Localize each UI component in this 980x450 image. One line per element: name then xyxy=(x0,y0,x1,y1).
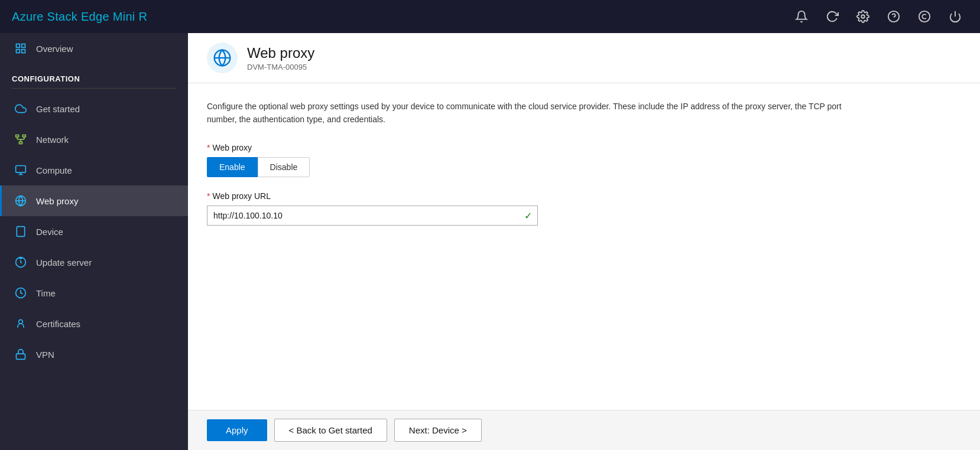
content-footer: Apply < Back to Get started Next: Device… xyxy=(188,410,980,450)
svg-point-0 xyxy=(861,15,865,18)
globe-icon xyxy=(14,194,28,208)
sidebar-item-label: VPN xyxy=(36,350,54,360)
enable-button[interactable]: Enable xyxy=(207,157,258,177)
apply-button[interactable]: Apply xyxy=(207,419,267,441)
sidebar-item-vpn[interactable]: VPN xyxy=(0,339,188,370)
page-subtitle: DVM-TMA-00095 xyxy=(247,63,314,71)
update-icon xyxy=(14,255,28,269)
time-icon xyxy=(14,286,28,300)
sidebar-item-web-proxy[interactable]: Web proxy xyxy=(0,185,188,216)
cert-icon xyxy=(14,317,28,331)
svg-rect-8 xyxy=(22,50,25,53)
sidebar-item-device[interactable]: Device xyxy=(0,216,188,247)
sidebar-item-update-server[interactable]: Update server xyxy=(0,247,188,278)
svg-rect-27 xyxy=(17,354,25,359)
sidebar-item-get-started[interactable]: Get started xyxy=(0,93,188,124)
sidebar-item-label: Network xyxy=(36,135,69,145)
header-text-block: Web proxy DVM-TMA-00095 xyxy=(247,45,314,71)
url-label-text: Web proxy URL xyxy=(212,191,271,201)
sidebar-item-overview[interactable]: Overview xyxy=(0,33,188,64)
svg-rect-7 xyxy=(17,50,20,53)
content-area: Web proxy DVM-TMA-00095 Configure the op… xyxy=(188,33,980,450)
refresh-icon[interactable] xyxy=(819,4,845,30)
bell-icon[interactable] xyxy=(788,4,814,30)
next-device-button[interactable]: Next: Device > xyxy=(394,419,482,442)
svg-rect-6 xyxy=(22,44,25,48)
sidebar-item-label: Web proxy xyxy=(36,196,78,206)
device-icon xyxy=(14,224,28,239)
web-proxy-label-text: Web proxy xyxy=(212,143,252,152)
sidebar-item-label: Time xyxy=(36,288,56,298)
url-input[interactable] xyxy=(207,206,538,226)
svg-rect-10 xyxy=(22,135,25,137)
settings-icon[interactable] xyxy=(850,4,876,30)
disable-button[interactable]: Disable xyxy=(258,157,310,177)
power-icon[interactable] xyxy=(942,4,968,30)
web-proxy-field-label: * Web proxy xyxy=(207,143,961,152)
sidebar-item-compute[interactable]: Compute xyxy=(0,155,188,185)
header-icon xyxy=(207,43,238,73)
topbar: Azure Stack Edge Mini R xyxy=(0,0,980,33)
sidebar-item-label: Overview xyxy=(36,44,73,54)
page-title: Web proxy xyxy=(247,45,314,61)
sidebar-item-label: Certificates xyxy=(36,319,80,329)
svg-rect-16 xyxy=(16,166,26,173)
web-proxy-field-group: * Web proxy Enable Disable xyxy=(207,143,961,177)
back-to-get-started-button[interactable]: < Back to Get started xyxy=(274,419,387,442)
required-star: * xyxy=(207,143,210,152)
vpn-icon xyxy=(14,347,28,361)
main-layout: Overview CONFIGURATION Get started xyxy=(0,33,980,450)
app-title: Azure Stack Edge Mini R xyxy=(12,10,147,24)
url-field-label: * Web proxy URL xyxy=(207,191,961,201)
url-field-group: * Web proxy URL ✓ xyxy=(207,191,961,226)
sidebar-item-network[interactable]: Network xyxy=(0,124,188,155)
content-body: Configure the optional web proxy setting… xyxy=(188,83,980,410)
network-icon xyxy=(14,132,28,146)
content-header: Web proxy DVM-TMA-00095 xyxy=(188,33,980,83)
svg-point-26 xyxy=(19,319,23,324)
topbar-icon-group xyxy=(788,4,968,30)
sidebar-section-configuration: CONFIGURATION xyxy=(0,64,188,88)
help-icon[interactable] xyxy=(881,4,907,30)
sidebar-item-label: Device xyxy=(36,227,63,237)
cloud-icon xyxy=(14,102,28,116)
required-star-url: * xyxy=(207,191,210,201)
web-proxy-toggle-group: Enable Disable xyxy=(207,157,961,177)
description-text: Configure the optional web proxy setting… xyxy=(207,100,857,126)
svg-rect-11 xyxy=(20,142,22,144)
sidebar-item-label: Get started xyxy=(36,104,80,114)
copyright-icon[interactable] xyxy=(911,4,937,30)
svg-rect-9 xyxy=(16,135,19,137)
svg-rect-5 xyxy=(17,44,20,48)
sidebar-item-certificates[interactable]: Certificates xyxy=(0,308,188,339)
grid-icon xyxy=(14,41,28,56)
sidebar-divider xyxy=(12,88,176,89)
sidebar-item-label: Update server xyxy=(36,257,92,268)
compute-icon xyxy=(14,163,28,177)
url-input-wrapper: ✓ xyxy=(207,206,538,226)
sidebar-item-label: Compute xyxy=(36,165,72,175)
sidebar-item-time[interactable]: Time xyxy=(0,278,188,308)
url-valid-icon: ✓ xyxy=(524,210,532,221)
sidebar: Overview CONFIGURATION Get started xyxy=(0,33,188,450)
svg-point-3 xyxy=(919,11,930,22)
